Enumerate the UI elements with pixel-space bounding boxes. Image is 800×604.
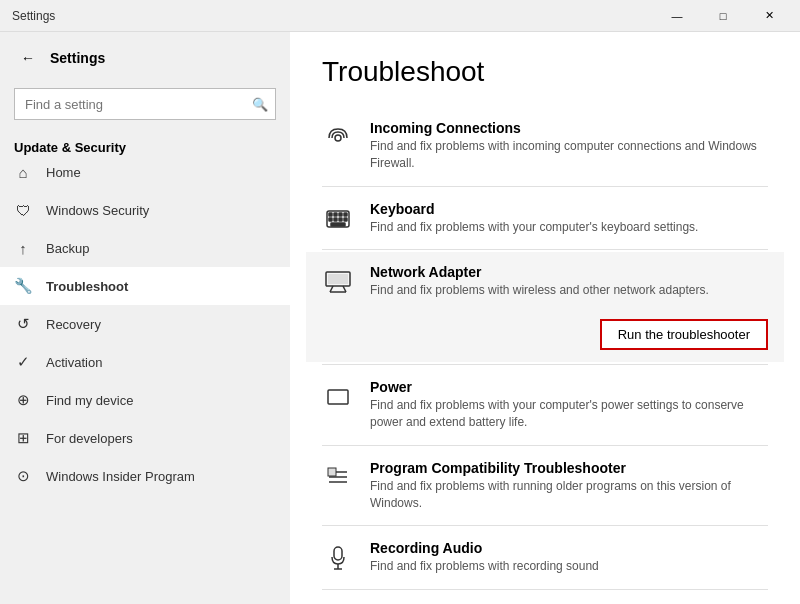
svg-rect-16 <box>328 390 348 404</box>
sidebar-item-windows-security[interactable]: 🛡 Windows Security <box>0 191 290 229</box>
list-item: Incoming Connections Find and fix proble… <box>322 108 768 184</box>
divider <box>322 249 768 250</box>
svg-rect-10 <box>331 223 345 226</box>
item-text: Keyboard Find and fix problems with your… <box>370 201 768 236</box>
item-text: Incoming Connections Find and fix proble… <box>370 120 768 172</box>
sidebar-item-label: Backup <box>46 241 89 256</box>
divider <box>322 364 768 365</box>
svg-rect-3 <box>334 213 337 216</box>
close-button[interactable]: ✕ <box>746 0 792 32</box>
list-item: Search and Indexing Find and fix problem… <box>322 592 768 604</box>
content-area: Troubleshoot Incoming Connections Find a… <box>290 32 800 604</box>
item-text: Power Find and fix problems with your co… <box>370 379 768 431</box>
sidebar-item-recovery[interactable]: ↺ Recovery <box>0 305 290 343</box>
sidebar-item-home[interactable]: ⌂ Home <box>0 153 290 191</box>
power-icon <box>322 381 354 413</box>
run-button-container: Run the troubleshooter <box>306 311 784 362</box>
sidebar-item-label: Windows Security <box>46 203 149 218</box>
maximize-button[interactable]: □ <box>700 0 746 32</box>
divider <box>322 525 768 526</box>
sidebar-item-label: Activation <box>46 355 102 370</box>
troubleshoot-icon: 🔧 <box>14 277 32 295</box>
svg-line-13 <box>330 286 333 292</box>
developers-icon: ⊞ <box>14 429 32 447</box>
insider-icon: ⊙ <box>14 467 32 485</box>
sidebar-item-label: For developers <box>46 431 133 446</box>
item-desc: Find and fix problems with running older… <box>370 478 768 512</box>
svg-rect-5 <box>344 213 347 216</box>
item-desc: Find and fix problems with your computer… <box>370 397 768 431</box>
item-text: Program Compatibility Troubleshooter Fin… <box>370 460 768 512</box>
sidebar-item-label: Home <box>46 165 81 180</box>
item-desc: Find and fix problems with wireless and … <box>370 282 768 299</box>
sidebar-item-label: Recovery <box>46 317 101 332</box>
back-button[interactable]: ← <box>14 44 42 72</box>
sidebar-item-backup[interactable]: ↑ Backup <box>0 229 290 267</box>
search-box: 🔍 <box>14 88 276 120</box>
list-item: Power Find and fix problems with your co… <box>322 367 768 443</box>
item-name: Incoming Connections <box>370 120 768 136</box>
item-name: Recording Audio <box>370 540 768 556</box>
svg-rect-20 <box>328 468 336 476</box>
divider <box>322 589 768 590</box>
page-title: Troubleshoot <box>322 56 768 88</box>
find-device-icon: ⊕ <box>14 391 32 409</box>
svg-line-14 <box>343 286 346 292</box>
sidebar-item-label: Windows Insider Program <box>46 469 195 484</box>
divider <box>322 445 768 446</box>
sidebar-item-for-developers[interactable]: ⊞ For developers <box>0 419 290 457</box>
svg-rect-21 <box>334 547 342 560</box>
item-desc: Find and fix problems with recording sou… <box>370 558 768 575</box>
program-compat-icon <box>322 462 354 494</box>
minimize-button[interactable]: — <box>654 0 700 32</box>
recovery-icon: ↺ <box>14 315 32 333</box>
item-name: Keyboard <box>370 201 768 217</box>
app-container: ← Settings 🔍 Update & Security ⌂ Home 🛡 … <box>0 32 800 604</box>
backup-icon: ↑ <box>14 239 32 257</box>
window-controls: — □ ✕ <box>658 6 788 26</box>
list-item: Keyboard Find and fix problems with your… <box>322 189 768 248</box>
svg-rect-7 <box>334 218 337 221</box>
search-icon[interactable]: 🔍 <box>244 88 276 120</box>
svg-rect-2 <box>329 213 332 216</box>
svg-rect-9 <box>344 218 347 221</box>
divider <box>322 186 768 187</box>
activation-icon: ✓ <box>14 353 32 371</box>
svg-rect-6 <box>329 218 332 221</box>
list-item: Recording Audio Find and fix problems wi… <box>322 528 768 587</box>
item-text: Network Adapter Find and fix problems wi… <box>370 264 768 299</box>
sidebar-title: Settings <box>50 50 105 66</box>
network-adapter-icon <box>322 266 354 298</box>
home-icon: ⌂ <box>14 163 32 181</box>
sidebar: ← Settings 🔍 Update & Security ⌂ Home 🛡 … <box>0 32 290 604</box>
incoming-connections-icon <box>322 122 354 154</box>
list-item-highlighted: Network Adapter Find and fix problems wi… <box>306 252 784 311</box>
list-item: Program Compatibility Troubleshooter Fin… <box>322 448 768 524</box>
sidebar-nav-top: ← Settings <box>0 32 290 84</box>
recording-audio-icon <box>322 542 354 574</box>
shield-icon: 🛡 <box>14 201 32 219</box>
sidebar-item-label: Troubleshoot <box>46 279 128 294</box>
sidebar-item-activation[interactable]: ✓ Activation <box>0 343 290 381</box>
item-name: Power <box>370 379 768 395</box>
sidebar-item-windows-insider[interactable]: ⊙ Windows Insider Program <box>0 457 290 495</box>
sidebar-item-troubleshoot[interactable]: 🔧 Troubleshoot <box>0 267 290 305</box>
sidebar-item-find-my-device[interactable]: ⊕ Find my device <box>0 381 290 419</box>
item-name: Program Compatibility Troubleshooter <box>370 460 768 476</box>
sidebar-item-label: Find my device <box>46 393 133 408</box>
app-title: Settings <box>12 9 55 23</box>
search-input[interactable] <box>14 88 276 120</box>
keyboard-icon <box>322 203 354 235</box>
item-desc: Find and fix problems with incoming comp… <box>370 138 768 172</box>
svg-point-0 <box>335 135 341 141</box>
item-desc: Find and fix problems with your computer… <box>370 219 768 236</box>
titlebar: Settings — □ ✕ <box>0 0 800 32</box>
item-name: Network Adapter <box>370 264 768 280</box>
run-troubleshooter-button[interactable]: Run the troubleshooter <box>600 319 768 350</box>
svg-rect-4 <box>339 213 342 216</box>
svg-rect-8 <box>339 218 342 221</box>
item-text: Recording Audio Find and fix problems wi… <box>370 540 768 575</box>
svg-rect-12 <box>328 274 348 284</box>
